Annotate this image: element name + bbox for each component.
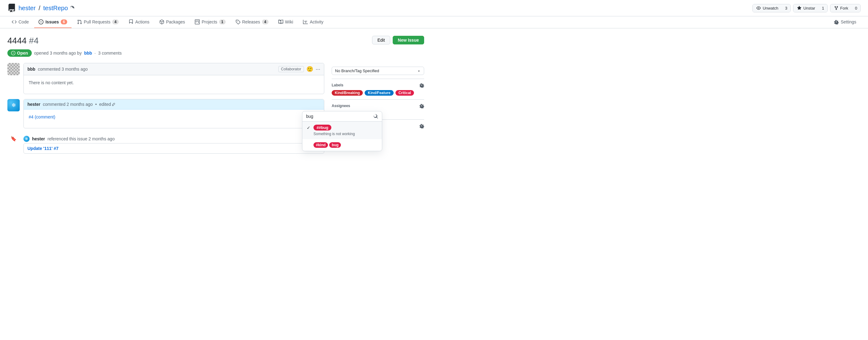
tab-pullrequests[interactable]: Pull Requests 4 [73, 16, 123, 28]
projects-badge: 1 [219, 20, 226, 24]
open-badge: Open [7, 49, 32, 57]
hester-comment-meta: commented 2 months ago [43, 102, 93, 107]
issue-title-num: 4444 [7, 36, 27, 45]
label-search-input[interactable] [306, 114, 373, 119]
issue-header: 4444 #4 Edit New Issue [7, 36, 424, 46]
label-tags: Kind/Breaking Kind/Feature Critical [332, 90, 424, 96]
repo-owner-link[interactable]: hester [19, 5, 36, 11]
tab-issues[interactable]: Issues 6 [34, 16, 71, 28]
hester-comment-link[interactable]: #4 (comment) [29, 114, 55, 119]
sidebar-labels: Labels Kind/Breaking Kind/Feature Critic… [332, 79, 424, 100]
issue-header-btns: Edit New Issue [372, 36, 424, 45]
bbb-avatar [7, 63, 20, 75]
emoji-button-bbb[interactable]: 🙂 [306, 66, 313, 73]
hester-comment-body: #4 (comment) [24, 110, 324, 128]
ref-content: ❄ hester referenced this issue 2 months … [24, 136, 324, 154]
issue-title: 4444 #4 [7, 36, 38, 46]
releases-badge: 4 [262, 20, 269, 24]
tab-settings[interactable]: Settings [830, 16, 861, 28]
top-bar-right: Unwatch 3 Unstar 1 Fork 0 [752, 4, 861, 12]
hester-header-left: hester commented 2 months ago • edited [27, 102, 116, 107]
top-bar-left: hester / testRepo [7, 4, 75, 12]
search-icon [373, 114, 378, 119]
kind-bug-multi-chip: #kind bug [313, 142, 378, 148]
main-col: bbb commented 3 months ago Collaborator … [7, 63, 324, 161]
edited-button[interactable]: edited [99, 102, 116, 107]
issue-comment-count: · [95, 51, 96, 56]
nav-tabs: Code Issues 6 Pull Requests 4 Actions Pa… [0, 16, 868, 28]
tab-projects[interactable]: Projects 1 [190, 16, 230, 28]
assignees-title: Assignees [332, 103, 424, 108]
top-bar: hester / testRepo Unwatch 3 Unstar 1 [0, 0, 868, 16]
label-item-bug[interactable]: ✓ ##bug Something is not working [302, 121, 382, 139]
bug-desc: Something is not working [313, 132, 378, 136]
labels-gear-icon[interactable] [419, 83, 424, 88]
repo-icon [7, 4, 16, 12]
issues-badge: 6 [61, 20, 67, 24]
fork-group: Fork 0 [830, 4, 861, 12]
branch-selector[interactable]: No Branch/Tag Specified [332, 67, 424, 75]
unstar-count[interactable]: 1 [819, 4, 827, 12]
new-issue-button[interactable]: New Issue [393, 36, 424, 45]
bbb-author: bbb [27, 67, 35, 72]
tab-code[interactable]: Code [7, 16, 33, 28]
bug-label-info: ##bug Something is not working [313, 125, 378, 136]
tab-releases[interactable]: Releases 4 [231, 16, 273, 28]
unwatch-button[interactable]: Unwatch [753, 4, 782, 12]
ref-header: ❄ hester referenced this issue 2 months … [24, 136, 324, 142]
ref-icon-col: 🔖 [7, 136, 20, 154]
label-kind-feature[interactable]: Kind/Feature [365, 90, 393, 96]
kind-bug-label-info: #kind bug [313, 142, 378, 148]
tab-wiki[interactable]: Wiki [274, 16, 298, 28]
label-kind-breaking[interactable]: Kind/Breaking [332, 90, 363, 96]
bbb-comment-header-right: Collaborator 🙂 ··· [278, 66, 320, 73]
edit-button[interactable]: Edit [372, 36, 390, 45]
unwatch-count[interactable]: 3 [782, 4, 790, 12]
pr-badge: 4 [112, 20, 119, 24]
bbb-comment-body: There is no content yet. [24, 75, 324, 94]
label-critical[interactable]: Critical [396, 90, 414, 96]
hester-avatar: ❄ [7, 99, 20, 111]
labels-title: Labels [332, 83, 424, 88]
label-dropdown: ✓ ##bug Something is not working ✓ #kind… [302, 111, 382, 151]
dot-separator: • [95, 102, 97, 107]
projects-gear-icon[interactable] [419, 123, 424, 129]
unwatch-group: Unwatch 3 [752, 4, 790, 12]
fork-count[interactable]: 0 [852, 4, 860, 12]
tab-activity[interactable]: Activity [299, 16, 328, 28]
hester-author: hester [27, 102, 40, 107]
issue-opened-meta: opened 3 months ago by [34, 51, 82, 56]
comment-hester: ❄ hester commented 2 months ago • edited [7, 99, 324, 129]
label-item-kind-bug[interactable]: ✓ #kind bug [302, 139, 382, 151]
bbb-comment-meta: commented 3 months ago [38, 67, 88, 72]
issue-opened-by[interactable]: bbb [84, 51, 92, 56]
label-search-row [302, 111, 382, 121]
tab-actions[interactable]: Actions [124, 16, 154, 28]
bug-chip-small: bug [329, 142, 341, 148]
issue-meta: Open opened 3 months ago by bbb · 3 comm… [7, 49, 424, 57]
more-button-bbb[interactable]: ··· [316, 66, 320, 73]
fork-button[interactable]: Fork [830, 4, 852, 12]
sidebar-branch: No Branch/Tag Specified [332, 63, 424, 79]
ref-commit-link[interactable]: Update '111' #7 [27, 146, 59, 151]
check-icon-bug: ✓ [307, 125, 310, 130]
bbb-comment-header-left: bbb commented 3 months ago [27, 67, 88, 72]
bbb-comment-text: There is no content yet. [29, 80, 74, 85]
issue-comments: 3 comments [98, 51, 121, 56]
bbb-comment-box: bbb commented 3 months ago Collaborator … [24, 63, 324, 94]
ref-detail: Update '111' #7 [24, 143, 324, 154]
assignees-gear-icon[interactable] [419, 103, 424, 108]
reference-item: 🔖 ❄ hester referenced this issue 2 month… [7, 133, 324, 156]
bbb-comment-header: bbb commented 3 months ago Collaborator … [24, 63, 324, 75]
unstar-group: Unstar 1 [793, 4, 828, 12]
repo-name-link[interactable]: testRepo [43, 5, 68, 11]
hester-comment-header: hester commented 2 months ago • edited [24, 100, 324, 110]
rss-icon [70, 5, 75, 11]
issue-number: #4 [29, 36, 38, 45]
tab-packages[interactable]: Packages [155, 16, 189, 28]
collaborator-badge: Collaborator [278, 66, 304, 72]
edited-label: edited [99, 102, 111, 107]
ref-author: hester [32, 136, 45, 141]
branch-label: No Branch/Tag Specified [335, 68, 379, 73]
unstar-button[interactable]: Unstar [794, 4, 819, 12]
